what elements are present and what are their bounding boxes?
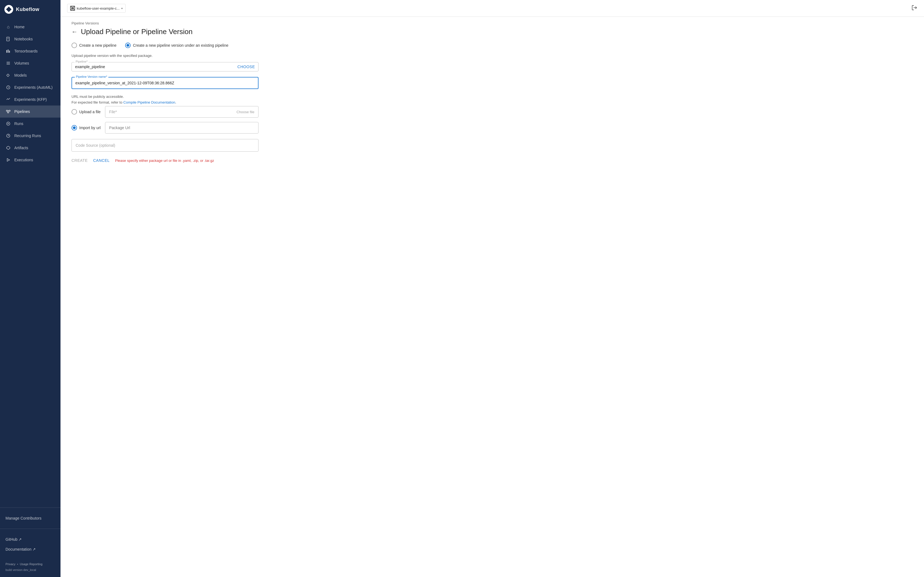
url-note-1: URL must be publicly accessible.	[71, 95, 258, 98]
topbar-left: kubeflow-user-example-c... ▾	[67, 4, 126, 13]
logout-button[interactable]	[911, 5, 918, 12]
build-version: build version dev_local	[5, 568, 55, 572]
code-source-placeholder: Code Source (optional)	[76, 143, 115, 148]
privacy-link[interactable]: Privacy	[5, 562, 15, 567]
sidebar-nav: ⌂ Home Notebooks Tensorboards Volumes	[0, 19, 60, 505]
sidebar-item-models[interactable]: Models	[0, 69, 60, 81]
pipeline-field-group: Pipeline* example_pipeline Choose	[71, 62, 258, 71]
error-message: Please specify either package url or fil…	[115, 158, 214, 163]
artifacts-icon	[5, 145, 11, 151]
sidebar-item-manage-contributors[interactable]: Manage Contributors	[5, 513, 55, 523]
sidebar-item-github[interactable]: GitHub ↗	[5, 534, 55, 544]
runs-icon	[5, 121, 11, 126]
url-note-prefix: For expected file format, refer to	[71, 100, 123, 105]
pipeline-field-label: Pipeline*	[74, 60, 89, 63]
kubeflow-logo	[5, 5, 13, 14]
back-button[interactable]: ←	[71, 29, 78, 35]
experiments-kfp-icon	[5, 97, 11, 102]
sidebar-item-label: Tensorboards	[14, 49, 38, 53]
sidebar-header: Kubeflow	[0, 0, 60, 19]
page-header: ← Upload Pipeline or Pipeline Version	[71, 27, 913, 36]
cancel-button[interactable]: Cancel	[93, 158, 110, 163]
sidebar-item-label: Pipelines	[14, 110, 30, 114]
svg-marker-16	[6, 146, 10, 150]
sidebar-external-links: GitHub ↗ Documentation ↗	[0, 531, 60, 558]
radio-circle-upload-file	[71, 109, 77, 114]
version-name-input[interactable]	[75, 80, 255, 86]
sidebar-item-notebooks[interactable]: Notebooks	[0, 33, 60, 45]
file-input-placeholder: File*	[109, 110, 117, 114]
svg-rect-11	[9, 110, 10, 111]
radio-import-url[interactable]: Import by url	[71, 125, 101, 131]
sidebar-item-label: Volumes	[14, 61, 29, 65]
action-row: Create Cancel Please specify either pack…	[71, 158, 258, 163]
sidebar-item-label: Executions	[14, 158, 33, 162]
pipelines-icon	[5, 109, 11, 114]
form-description: Upload pipeline version with the specifi…	[71, 53, 258, 58]
radio-label-new-pipeline: Create a new pipeline	[79, 43, 116, 48]
svg-marker-17	[7, 158, 10, 161]
sidebar-item-label: Notebooks	[14, 37, 33, 41]
sidebar-item-executions[interactable]: Executions	[0, 154, 60, 166]
create-button: Create	[71, 158, 88, 163]
sidebar-divider-1	[0, 508, 60, 508]
upload-options: Upload a file File* Choose file Import b…	[71, 106, 258, 134]
github-label: GitHub ↗	[5, 537, 22, 542]
radio-label-upload-file: Upload a file	[79, 110, 101, 114]
version-field-label: Pipeline Version name*	[75, 75, 108, 78]
radio-upload-file[interactable]: Upload a file	[71, 109, 101, 114]
sidebar-item-experiments-automl[interactable]: Experiments (AutoML)	[0, 81, 60, 93]
radio-new-pipeline[interactable]: Create a new pipeline	[71, 43, 116, 48]
upload-form: Create a new pipeline Create a new pipel…	[71, 43, 258, 163]
sidebar-item-label: Artifacts	[14, 146, 28, 150]
sidebar-item-label: Home	[14, 25, 24, 29]
models-icon	[5, 73, 11, 78]
import-url-row: Import by url	[71, 122, 258, 134]
svg-rect-5	[9, 50, 10, 53]
file-input-box: File* Choose file	[105, 106, 258, 118]
version-field-container: Pipeline Version name*	[71, 77, 258, 89]
svg-rect-4	[8, 50, 8, 53]
pipeline-field-container: Pipeline* example_pipeline Choose	[71, 62, 258, 71]
url-note-suffix: .	[175, 100, 176, 105]
sidebar-item-tensorboards[interactable]: Tensorboards	[0, 45, 60, 57]
radio-circle-import-url	[71, 125, 77, 131]
breadcrumb: Pipeline Versions	[71, 17, 913, 27]
sidebar-item-artifacts[interactable]: Artifacts	[0, 142, 60, 154]
namespace-selector[interactable]: kubeflow-user-example-c... ▾	[67, 4, 126, 13]
recurring-runs-icon	[5, 133, 11, 139]
volumes-icon	[5, 60, 11, 66]
sidebar-item-documentation[interactable]: Documentation ↗	[5, 544, 55, 554]
svg-rect-10	[6, 110, 8, 111]
package-url-input[interactable]	[105, 122, 258, 134]
radio-circle-new-pipeline	[71, 43, 77, 48]
radio-new-version[interactable]: Create a new pipeline version under an e…	[125, 43, 228, 48]
notebooks-icon	[5, 36, 11, 42]
topbar: kubeflow-user-example-c... ▾	[60, 0, 924, 17]
sidebar-item-recurring-runs[interactable]: Recurring Runs	[0, 130, 60, 142]
radio-circle-new-version	[125, 43, 131, 48]
sidebar-item-experiments-kfp[interactable]: Experiments (KFP)	[0, 93, 60, 105]
version-field-group: Pipeline Version name*	[71, 77, 258, 89]
sidebar: Kubeflow ⌂ Home Notebooks Tensorboards V…	[0, 0, 60, 577]
namespace-icon	[70, 6, 75, 11]
page-title: Upload Pipeline or Pipeline Version	[81, 27, 192, 36]
tensorboards-icon	[5, 48, 11, 54]
url-note-2: For expected file format, refer to Compi…	[71, 100, 258, 105]
usage-reporting-link[interactable]: Usage Reporting	[20, 562, 43, 567]
manage-contributors-label: Manage Contributors	[5, 516, 42, 521]
choose-file-button[interactable]: Choose file	[236, 110, 254, 114]
svg-rect-12	[7, 112, 9, 113]
pipeline-choose-button[interactable]: Choose	[237, 64, 255, 69]
compile-pipeline-doc-link[interactable]: Compile Pipeline Documentation	[123, 100, 176, 105]
pipeline-type-radio-group: Create a new pipeline Create a new pipel…	[71, 43, 258, 48]
sidebar-item-volumes[interactable]: Volumes	[0, 57, 60, 69]
sidebar-item-home[interactable]: ⌂ Home	[0, 21, 60, 33]
page-area: Pipeline Versions ← Upload Pipeline or P…	[60, 17, 924, 577]
sidebar-item-pipelines[interactable]: Pipelines	[0, 105, 60, 118]
sidebar-item-runs[interactable]: Runs	[0, 118, 60, 130]
main-content: kubeflow-user-example-c... ▾ Pipeline Ve…	[60, 0, 924, 577]
executions-icon	[5, 157, 11, 163]
pipeline-field-row: example_pipeline Choose	[75, 64, 255, 69]
sidebar-item-label: Experiments (AutoML)	[14, 85, 53, 90]
